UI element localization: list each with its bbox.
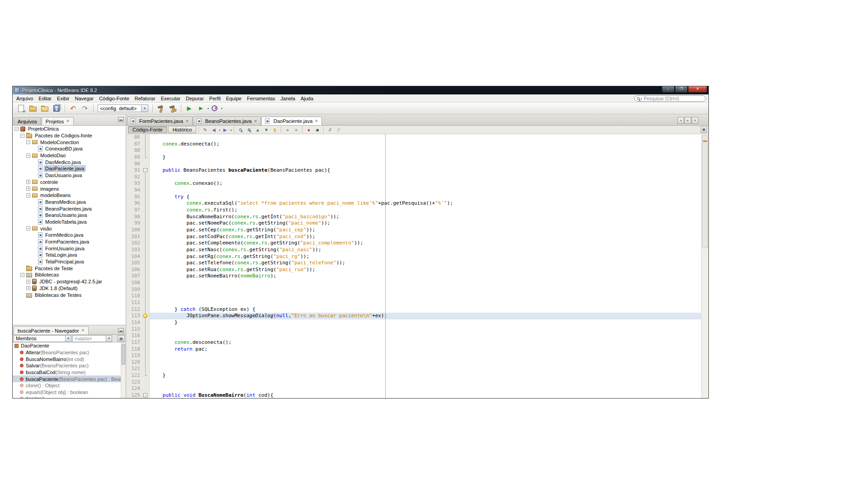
collapse-icon[interactable]: − <box>26 193 30 197</box>
pattern-filter-combo[interactable]: <vazio> ▼ <box>72 335 112 342</box>
tree-item-telalogin-java[interactable]: TelaLogin.java <box>13 252 126 258</box>
code-line-98[interactable]: 98 BuscaNomeBairro(conex.rs.getInt("paci… <box>126 214 701 221</box>
tree-item-modeloconection[interactable]: −ModeloConection <box>13 139 126 145</box>
collapse-icon[interactable]: − <box>26 140 30 144</box>
code-line-105[interactable]: 105 pac.setTelefone(conex.rs.getString("… <box>126 260 701 267</box>
code-text[interactable]: pac.setCodPac(conex.rs.getInt("paci_cod"… <box>150 234 701 240</box>
suggestion-lightbulb-icon[interactable] <box>143 314 147 318</box>
code-text[interactable] <box>150 379 701 386</box>
close-icon[interactable]: ✕ <box>185 119 189 123</box>
collapse-icon[interactable]: − <box>26 226 30 230</box>
tree-item-imagens[interactable]: +imagens <box>13 185 126 192</box>
minimize-button[interactable]: – <box>662 86 675 93</box>
collapse-fold-icon[interactable]: − <box>143 168 147 172</box>
fold-margin[interactable] <box>142 339 150 346</box>
code-text[interactable] <box>150 293 701 300</box>
fold-margin[interactable] <box>142 180 150 187</box>
tree-item-bibliotecas[interactable]: −Bibliotecas <box>13 272 126 278</box>
code-text[interactable] <box>150 366 701 372</box>
code-text[interactable]: JOptionPane.showMessageDialog(null,"Erro… <box>150 313 701 319</box>
code-line-111[interactable]: 111 <box>126 300 701 306</box>
line-number[interactable]: 103 <box>126 247 142 253</box>
chevron-down-icon[interactable]: ▾ <box>230 128 231 131</box>
member-buscapaciente[interactable]: buscaPaciente(BeansPacientes pac) : Bean… <box>13 375 126 382</box>
line-number[interactable]: 114 <box>126 319 142 326</box>
line-number[interactable]: 92 <box>126 174 142 181</box>
tree-item-bibliotecas-de-testes[interactable]: Bibliotecas de Testes <box>13 291 126 298</box>
error-stripe[interactable] <box>701 134 708 398</box>
code-text[interactable]: conex.rs.first(); <box>150 207 701 214</box>
fold-margin[interactable] <box>142 260 150 267</box>
menu-executar[interactable]: Executar <box>158 95 183 102</box>
tree-item-daousuario-java[interactable]: DaoUsuario.java <box>13 172 126 179</box>
fold-margin[interactable] <box>142 227 150 234</box>
tree-item-modelotabela-java[interactable]: ModeloTabela.java <box>13 219 126 225</box>
fold-margin[interactable] <box>142 147 150 154</box>
fold-margin[interactable] <box>142 207 150 214</box>
code-editor[interactable]: 8687 conex.desconecta();8889 }9091− publ… <box>126 134 701 398</box>
debug-button[interactable]: ▶ <box>195 103 207 113</box>
profile-button[interactable] <box>209 103 220 113</box>
code-text[interactable] <box>150 326 701 333</box>
code-line-101[interactable]: 101 pac.setCodPac(conex.rs.getInt("paci_… <box>126 234 701 240</box>
line-number[interactable]: 107 <box>126 273 142 280</box>
fold-margin[interactable] <box>142 313 150 319</box>
collapse-icon[interactable]: − <box>14 127 19 131</box>
collapse-icon[interactable]: − <box>20 273 24 277</box>
shift-right-icon[interactable]: » <box>292 127 300 133</box>
line-number[interactable]: 98 <box>126 214 142 221</box>
line-number[interactable]: 88 <box>126 147 142 154</box>
code-text[interactable]: public void BuscaNomeBairro(int cod){ <box>150 392 701 398</box>
fold-margin[interactable] <box>142 379 150 386</box>
collapse-icon[interactable]: − <box>20 134 24 138</box>
tree-item-jdk-1-8-default[interactable]: +JDK 1.8 (Default) <box>13 285 126 292</box>
code-line-110[interactable]: 110 <box>126 293 701 300</box>
tree-item-formpacientes-java[interactable]: FormPacientes.java <box>13 239 126 245</box>
fold-margin[interactable] <box>142 372 150 379</box>
line-number[interactable]: 117 <box>126 339 142 346</box>
tree-item-daomedico-java[interactable]: DaoMedico.java <box>13 159 126 165</box>
code-text[interactable] <box>150 134 701 141</box>
fold-margin[interactable] <box>142 161 150 168</box>
tab-projetos[interactable]: Projetos✕ <box>42 117 74 125</box>
line-number[interactable]: 123 <box>126 379 142 386</box>
fold-margin[interactable] <box>142 240 150 247</box>
tabs-list-dropdown[interactable]: ▾ <box>692 117 698 124</box>
search-dropdown-icon[interactable]: ▾ <box>641 97 642 100</box>
code-text[interactable]: conex.desconecta(); <box>150 141 701 148</box>
line-number[interactable]: 122 <box>126 372 142 379</box>
member-clone[interactable]: clone() : Object <box>13 382 126 389</box>
view-button-hist-rico[interactable]: Histórico <box>168 126 197 133</box>
menu-janela[interactable]: Janela <box>278 95 298 102</box>
fold-margin[interactable] <box>142 267 150 273</box>
close-icon[interactable]: ✕ <box>81 328 85 333</box>
member-alterar[interactable]: Alterar(BeansPacientes pac) <box>13 349 126 356</box>
line-number[interactable]: 96 <box>126 200 142 207</box>
code-text[interactable]: pac.setNasc(conex.rs.getString("paci_nas… <box>150 247 701 253</box>
new-project-button[interactable] <box>27 103 38 113</box>
code-line-93[interactable]: 93 conex.conexao(); <box>126 180 701 187</box>
back-icon[interactable]: ◀ <box>210 127 217 133</box>
line-number[interactable]: 109 <box>126 286 142 293</box>
next-occurrence-icon[interactable]: ▼ <box>262 127 270 133</box>
line-number[interactable]: 121 <box>126 366 142 372</box>
code-line-120[interactable]: 120 <box>126 359 701 366</box>
fold-margin[interactable]: − <box>142 167 150 174</box>
redo-button[interactable]: ↷ <box>79 103 90 113</box>
line-number[interactable]: 124 <box>126 385 142 392</box>
line-number[interactable]: 93 <box>126 180 142 187</box>
fold-margin[interactable] <box>142 306 150 313</box>
minimize-panel-icon[interactable]: ▬ <box>118 117 124 122</box>
line-number[interactable]: 102 <box>126 240 142 247</box>
warning-mark[interactable] <box>703 141 707 142</box>
code-line-124[interactable]: 124 <box>126 385 701 392</box>
line-number[interactable]: 104 <box>126 253 142 260</box>
chevron-down-icon[interactable]: ▾ <box>219 128 220 131</box>
tree-item-daopaciente-java[interactable]: DaoPaciente.java <box>13 165 126 172</box>
close-button[interactable]: ✕ <box>688 86 707 93</box>
fold-margin[interactable] <box>142 280 150 286</box>
fold-margin[interactable] <box>142 187 150 194</box>
fold-margin[interactable] <box>142 352 150 359</box>
tree-item-formusuario-java[interactable]: FormUsuario.java <box>13 245 126 252</box>
code-text[interactable]: BuscaNomeBairro(conex.rs.getInt("paci_ba… <box>150 214 701 221</box>
